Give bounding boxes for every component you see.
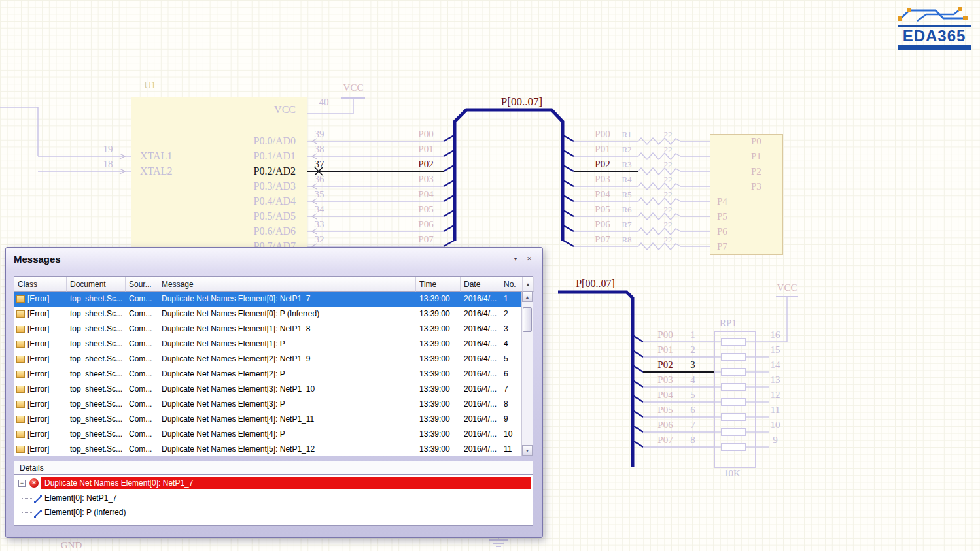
u1-pin-name: P0.6/AD6 bbox=[196, 225, 296, 238]
message-text: Duplicate Net Names Element[5]: NetP1_12 bbox=[158, 442, 416, 456]
column-header-no[interactable]: No. bbox=[500, 277, 523, 292]
message-source: Com... bbox=[126, 337, 158, 352]
pin-number: 8 bbox=[684, 433, 701, 446]
scrollbar[interactable]: ▲ ▼ bbox=[521, 292, 533, 456]
message-date: 2016/4/... bbox=[461, 352, 500, 367]
message-source: Com... bbox=[126, 307, 158, 322]
message-row[interactable]: [Error]top_sheet.Sc...Com...Duplicate Ne… bbox=[14, 412, 521, 427]
message-text: Duplicate Net Names Element[1]: P bbox=[158, 337, 416, 352]
message-time: 13:39:00 bbox=[416, 427, 461, 442]
column-header-document[interactable]: Document bbox=[67, 277, 126, 292]
message-row[interactable]: [Error]top_sheet.Sc...Com...Duplicate Ne… bbox=[14, 337, 521, 352]
message-row[interactable]: [Error]top_sheet.Sc...Com...Duplicate Ne… bbox=[14, 307, 521, 322]
message-date: 2016/4/... bbox=[461, 412, 500, 427]
message-no: 9 bbox=[500, 412, 521, 427]
tree-connector-line bbox=[22, 488, 22, 512]
column-header-date[interactable]: Date bbox=[461, 277, 500, 292]
table-header-row: ClassDocumentSour...MessageTimeDateNo.▲ bbox=[14, 277, 533, 292]
details-child-row[interactable]: Element[0]: NetP1_7 bbox=[34, 492, 117, 505]
message-row[interactable]: [Error]top_sheet.Sc...Com...Duplicate Ne… bbox=[14, 442, 521, 456]
resistor-ref: R6 bbox=[618, 203, 636, 216]
scroll-up-button[interactable]: ▲ bbox=[522, 292, 533, 302]
pin-number: 16 bbox=[765, 328, 785, 341]
pin-number: 34 bbox=[310, 203, 328, 216]
pin-number: 14 bbox=[765, 358, 785, 371]
message-class: [Error] bbox=[27, 337, 49, 352]
message-row[interactable]: [Error]top_sheet.Sc...Com...Duplicate Ne… bbox=[14, 352, 521, 367]
pin-number: 12 bbox=[765, 388, 785, 401]
message-class: [Error] bbox=[27, 322, 49, 337]
net-label: P05 bbox=[412, 203, 440, 216]
message-source: Com... bbox=[126, 322, 158, 337]
message-class: [Error] bbox=[27, 352, 49, 367]
message-document: top_sheet.Sc... bbox=[67, 382, 126, 397]
rp1-resistor bbox=[721, 353, 746, 361]
details-header: Details bbox=[14, 461, 533, 475]
message-date: 2016/4/... bbox=[461, 397, 500, 412]
message-class: [Error] bbox=[27, 427, 49, 442]
messages-panel: Messages ▾ ✕ ClassDocumentSour...Message… bbox=[5, 247, 543, 538]
rp1-resistor bbox=[721, 413, 746, 421]
message-date: 2016/4/... bbox=[461, 322, 500, 337]
message-row[interactable]: [Error]top_sheet.Sc...Com...Duplicate Ne… bbox=[14, 427, 521, 442]
collapse-button[interactable]: ▾ bbox=[510, 254, 521, 264]
net-label: P01 bbox=[587, 142, 618, 156]
pin-number: 7 bbox=[684, 418, 701, 431]
resistor-ref: R4 bbox=[618, 173, 636, 186]
pin-number: 38 bbox=[310, 142, 328, 156]
message-time: 13:39:00 bbox=[416, 367, 461, 382]
port-label: P5 bbox=[717, 210, 743, 223]
message-row[interactable]: [Error]top_sheet.Sc...Com...Duplicate Ne… bbox=[14, 382, 521, 397]
error-sheet-icon bbox=[16, 295, 25, 303]
rp1-resistor bbox=[721, 428, 746, 436]
message-date: 2016/4/... bbox=[461, 292, 500, 307]
message-date: 2016/4/... bbox=[461, 442, 500, 456]
message-date: 2016/4/... bbox=[461, 427, 500, 442]
net-label: P04 bbox=[587, 188, 618, 201]
column-header-sour[interactable]: Sour... bbox=[126, 277, 158, 292]
message-document: top_sheet.Sc... bbox=[67, 397, 126, 412]
pin-number: 9 bbox=[765, 433, 785, 446]
column-header-class[interactable]: Class bbox=[14, 277, 67, 292]
table-body: [Error]top_sheet.Sc...Com...Duplicate Ne… bbox=[14, 292, 521, 456]
net-label: P05 bbox=[650, 403, 681, 416]
error-sheet-icon bbox=[16, 416, 25, 423]
message-document: top_sheet.Sc... bbox=[67, 292, 126, 307]
net-label: P03 bbox=[587, 173, 618, 186]
pcb-trace-graphic bbox=[898, 3, 971, 23]
close-button[interactable]: ✕ bbox=[523, 254, 535, 264]
details-child-row[interactable]: Element[0]: P (Inferred) bbox=[34, 506, 126, 519]
message-no: 2 bbox=[500, 307, 521, 322]
u1-pin-name: P0.2/AD2 bbox=[196, 165, 296, 178]
details-error-row[interactable]: Duplicate Net Names Element[0]: NetP1_7 bbox=[41, 477, 531, 489]
message-no: 1 bbox=[500, 292, 521, 307]
details-panel: − ✕ Duplicate Net Names Element[0]: NetP… bbox=[14, 475, 533, 526]
message-source: Com... bbox=[126, 397, 158, 412]
pin-number: 1 bbox=[684, 328, 701, 341]
message-class: [Error] bbox=[27, 307, 49, 322]
net-label: P04 bbox=[650, 388, 681, 401]
message-row[interactable]: [Error]top_sheet.Sc...Com...Duplicate Ne… bbox=[14, 367, 521, 382]
error-sheet-icon bbox=[16, 431, 25, 438]
message-row[interactable]: [Error]top_sheet.Sc...Com...Duplicate Ne… bbox=[14, 292, 521, 307]
message-row[interactable]: [Error]top_sheet.Sc...Com...Duplicate Ne… bbox=[14, 397, 521, 412]
net-label: P07 bbox=[650, 433, 681, 446]
error-sheet-icon bbox=[16, 386, 25, 393]
message-no: 7 bbox=[500, 382, 521, 397]
bus-label: P[00..07] bbox=[561, 277, 629, 290]
messages-table: ClassDocumentSour...MessageTimeDateNo.▲ … bbox=[14, 276, 533, 456]
rp1-resistor bbox=[721, 443, 746, 451]
scrollbar-thumb[interactable] bbox=[523, 307, 532, 332]
column-header-message[interactable]: Message bbox=[158, 277, 416, 292]
column-header-time[interactable]: Time bbox=[416, 277, 461, 292]
pin-number: 40 bbox=[315, 95, 332, 109]
message-text: Duplicate Net Names Element[0]: NetP1_7 bbox=[158, 292, 416, 307]
message-class: [Error] bbox=[27, 442, 49, 456]
tree-collapse-box[interactable]: − bbox=[18, 480, 26, 487]
message-class: [Error] bbox=[27, 397, 49, 412]
scroll-down-button[interactable]: ▼ bbox=[522, 445, 533, 456]
message-row[interactable]: [Error]top_sheet.Sc...Com...Duplicate Ne… bbox=[14, 322, 521, 337]
wire-icon bbox=[34, 494, 42, 502]
net-label: P00 bbox=[650, 328, 681, 341]
message-text: Duplicate Net Names Element[2]: NetP1_9 bbox=[158, 352, 416, 367]
